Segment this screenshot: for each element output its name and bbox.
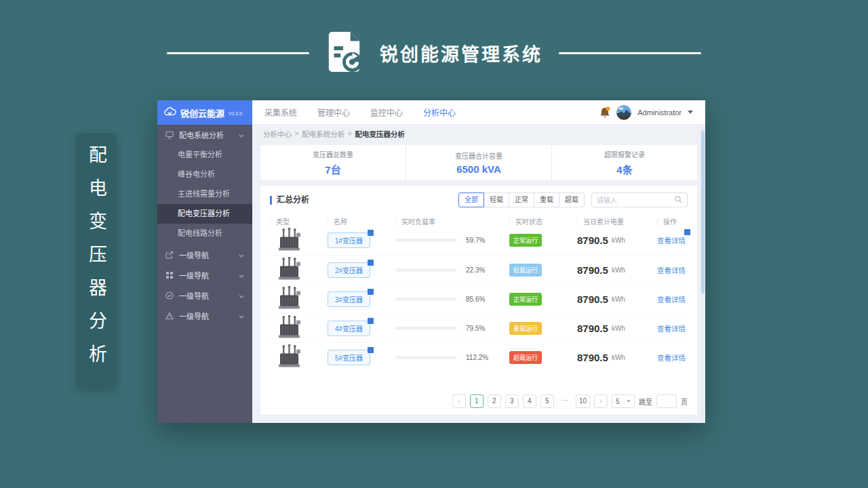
sidebar-submenu-item-label: 主进线需量分析 <box>178 190 230 198</box>
transformer-name-button[interactable]: 4#变压器 <box>328 321 370 336</box>
load-progress-bar <box>395 268 456 272</box>
breadcrumb-item[interactable]: 分析中心 <box>263 129 292 139</box>
avatar[interactable] <box>616 105 631 120</box>
user-name[interactable]: Administrator <box>637 108 682 117</box>
jump-to-page-input[interactable] <box>656 394 677 408</box>
stat-label: 变压器合计容量 <box>455 150 502 161</box>
main-area: 采集系统 管理中心 监控中心 分析中心 <box>252 100 705 423</box>
load-percentage: 79.5% <box>466 325 485 332</box>
status-badge: 超载运行 <box>509 351 542 364</box>
search-icon[interactable] <box>675 194 682 206</box>
sidebar-item-nav-4[interactable]: 一级导航 <box>157 306 252 326</box>
table-body: 1#变压器 59.7% 正常运行 8790.5 kWh <box>270 226 688 371</box>
view-details-link[interactable]: 查看详情 <box>657 235 686 245</box>
view-details-label: 查看详情 <box>657 296 686 304</box>
load-progress-bar <box>395 356 456 359</box>
view-details-link[interactable]: 查看详情 <box>657 265 686 275</box>
warning-triangle-icon <box>165 312 174 320</box>
topnav: 采集系统 管理中心 监控中心 分析中心 <box>252 100 705 125</box>
logo-name: 锐创云能源 <box>180 106 224 119</box>
pagination-page-button[interactable]: 5 <box>540 394 554 408</box>
filter-button[interactable]: 正常 <box>509 192 534 207</box>
grid-icon <box>165 271 174 279</box>
load-progress-bar <box>395 298 456 301</box>
load-percentage: 22.3% <box>466 266 485 274</box>
energy-value: 8790.5 <box>577 293 608 305</box>
page-size-select[interactable]: 5 <box>612 394 635 408</box>
filter-button[interactable]: 轻载 <box>484 192 509 207</box>
pagination-page-button[interactable]: 10 <box>576 394 590 408</box>
corner-badge <box>368 230 374 236</box>
topnav-item-collection[interactable]: 采集系统 <box>264 106 297 118</box>
sidebar-submenu-item[interactable]: 主进线需量分析 <box>157 184 252 204</box>
sidebar-item-label: 一级导航 <box>179 270 209 281</box>
transformer-name-label: 2#变压器 <box>335 267 363 274</box>
view-details-label: 查看详情 <box>657 237 686 245</box>
sidebar-item-label: 一级导航 <box>179 310 209 321</box>
page-size-value: 5 <box>616 398 620 405</box>
table-row: 2#变压器 22.3% 轻载运行 8790.5 kWh <box>270 255 688 284</box>
sidebar-submenu: 电量平衡分析 峰谷电分析 主进线需量分析 配电变压器分析 配电线路分析 <box>157 145 252 243</box>
energy-value: 8790.5 <box>577 264 608 276</box>
sidebar-submenu-item[interactable]: 配电变压器分析 <box>157 204 252 224</box>
sidebar-item-nav-2[interactable]: 一级导航 <box>157 265 252 285</box>
view-details-link[interactable]: 查看详情 <box>657 352 686 363</box>
sidebar-submenu-item-label: 电量平衡分析 <box>178 150 222 159</box>
banner: 锐创能源管理系统 <box>0 28 868 77</box>
view-details-link[interactable]: 查看详情 <box>657 323 686 333</box>
transformer-name-button[interactable]: 5#变压器 <box>328 350 370 365</box>
sidebar-item-nav-3[interactable]: 一级导航 <box>157 285 252 306</box>
topnav-item-management[interactable]: 管理中心 <box>317 106 350 118</box>
column-header-type: 类型 <box>270 218 328 226</box>
sidebar-submenu-item[interactable]: 配电线路分析 <box>157 224 252 243</box>
side-vertical-label-text: 配电变压器分析 <box>76 145 117 378</box>
transformer-name-label: 1#变压器 <box>335 237 363 245</box>
transformer-image <box>270 228 328 253</box>
sidebar-submenu-item[interactable]: 电量平衡分析 <box>157 145 252 165</box>
pagination-page-button[interactable]: 2 <box>488 394 501 408</box>
pagination-page-button[interactable]: 1 <box>470 394 484 408</box>
search-input[interactable] <box>597 197 675 204</box>
page-title: 锐创能源管理系统 <box>380 40 542 66</box>
caret-down-icon[interactable] <box>688 110 693 114</box>
column-header-status: 实时状态 <box>509 218 577 226</box>
filter-button[interactable]: 全部 <box>458 192 484 207</box>
sidebar-item-label: 一级导航 <box>179 249 209 260</box>
table-row: 5#变压器 112.2% 超载运行 8790.5 kWh <box>270 342 688 371</box>
column-header-name: 名称 <box>328 218 395 226</box>
cloud-icon <box>164 106 176 119</box>
transformer-name-button[interactable]: 3#变压器 <box>328 291 370 307</box>
topnav-right: Administrator <box>599 105 693 120</box>
scrollbar-thumb[interactable] <box>701 131 705 293</box>
pagination-next-button[interactable]: › <box>594 394 608 408</box>
pagination-prev-button[interactable]: ‹ <box>452 394 466 408</box>
breadcrumb-item[interactable]: 配电系统分析 <box>302 129 344 139</box>
summary-panel: 汇总分析 全部轻载正常重载超载 类型 名称 <box>260 186 697 415</box>
transformer-name-button[interactable]: 2#变压器 <box>328 262 370 278</box>
table-row: 3#变压器 85.6% 正常运行 8790.5 kWh <box>270 284 688 313</box>
load-percentage: 85.6% <box>466 296 485 303</box>
transformer-name-button[interactable]: 1#变压器 <box>328 232 370 248</box>
table-header: 类型 名称 实时负载率 实时状态 当日累计电量 操作 <box>270 218 688 226</box>
app-logo[interactable]: 锐创云能源 V2.0.0 <box>157 100 252 125</box>
topnav-item-analysis[interactable]: 分析中心 <box>423 106 456 118</box>
sidebar-submenu-item[interactable]: 峰谷电分析 <box>157 165 252 184</box>
sidebar-group-distribution-analysis[interactable]: 配电系统分析 <box>157 125 252 145</box>
topnav-item-monitoring[interactable]: 监控中心 <box>370 106 403 118</box>
transformer-image <box>270 286 328 312</box>
stat-value: 7台 <box>325 162 340 176</box>
scrollbar-track[interactable] <box>701 125 705 423</box>
sidebar-item-nav-1[interactable]: 一级导航 <box>157 245 252 265</box>
bell-icon[interactable] <box>599 106 610 119</box>
pagination-page-button[interactable]: 4 <box>523 394 536 408</box>
jump-page-suffix: 页 <box>681 396 688 407</box>
pagination-page-button[interactable]: 3 <box>505 394 519 408</box>
transformer-image <box>270 257 328 283</box>
filter-button[interactable]: 超载 <box>559 192 585 207</box>
view-details-link[interactable]: 查看详情 <box>657 294 686 304</box>
load-percentage: 112.2% <box>466 354 488 361</box>
panel-tools: 全部轻载正常重载超载 <box>458 192 688 207</box>
pagination-page-button[interactable]: ··· <box>558 394 572 408</box>
load-progress-bar <box>395 327 456 330</box>
filter-button[interactable]: 重载 <box>534 192 559 207</box>
